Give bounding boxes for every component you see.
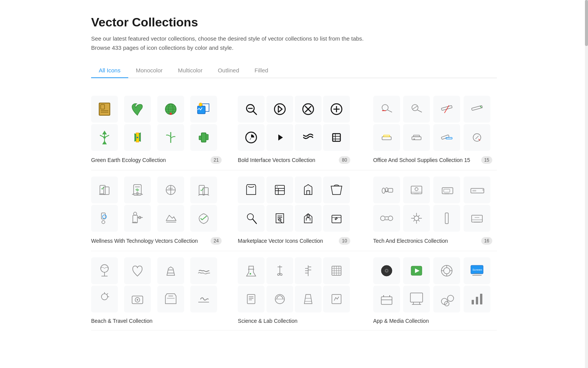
- marketplace-name: Marketplace Vector Icons Collection: [238, 238, 339, 244]
- icon-cell[interactable]: [403, 177, 430, 203]
- icon-cell[interactable]: [373, 96, 400, 123]
- icon-cell[interactable]: [433, 96, 460, 123]
- tab-outlined[interactable]: Outlined: [210, 63, 247, 78]
- icon-cell[interactable]: [433, 205, 460, 232]
- icon-cell[interactable]: [373, 257, 400, 284]
- icon-cell[interactable]: [91, 177, 118, 203]
- svg-text:Med: Med: [168, 187, 173, 190]
- icon-cell[interactable]: [373, 177, 400, 203]
- icon-cell[interactable]: [464, 205, 490, 232]
- icon-cell[interactable]: [190, 96, 217, 123]
- green-earth-icons: [91, 96, 222, 151]
- icon-cell[interactable]: [91, 96, 118, 123]
- icon-cell[interactable]: [266, 96, 293, 123]
- icon-cell[interactable]: [323, 177, 350, 203]
- icon-cell[interactable]: [157, 124, 184, 151]
- icon-cell[interactable]: [266, 286, 293, 312]
- icon-cell[interactable]: [157, 257, 184, 284]
- icon-cell[interactable]: [190, 257, 217, 284]
- icon-cell[interactable]: [238, 257, 265, 284]
- icon-cell[interactable]: [295, 205, 322, 232]
- icon-cell[interactable]: Screen: [464, 257, 490, 284]
- collection-green-earth: Green Earth Ecology Collection 21: [91, 90, 226, 170]
- tab-multicolor[interactable]: Multicolor: [170, 63, 210, 78]
- svg-point-65: [103, 215, 106, 219]
- icon-cell[interactable]: [433, 124, 460, 151]
- icon-cell[interactable]: [464, 96, 490, 123]
- icon-cell[interactable]: [373, 124, 400, 151]
- icon-cell[interactable]: [190, 205, 217, 232]
- collection-beach: Beach & Travel Collection: [91, 251, 226, 330]
- svg-point-14: [103, 136, 106, 139]
- icon-cell[interactable]: [295, 124, 322, 151]
- svg-point-87: [415, 188, 418, 191]
- icon-cell[interactable]: Med: [157, 177, 184, 203]
- icon-cell[interactable]: [295, 177, 322, 203]
- icon-cell[interactable]: [91, 257, 118, 284]
- icon-cell[interactable]: [433, 257, 460, 284]
- icon-cell[interactable]: [373, 286, 400, 312]
- icon-cell[interactable]: [238, 124, 265, 151]
- icon-cell[interactable]: [124, 177, 151, 203]
- icon-cell[interactable]: [190, 124, 217, 151]
- svg-marker-13: [102, 141, 107, 144]
- icon-cell[interactable]: [238, 286, 265, 312]
- icon-cell[interactable]: [266, 124, 293, 151]
- icon-cell[interactable]: [238, 96, 265, 123]
- icon-cell[interactable]: [323, 286, 350, 312]
- svg-point-64: [102, 221, 105, 224]
- tab-monocolor[interactable]: Monocolor: [128, 63, 170, 78]
- icon-cell[interactable]: [403, 124, 430, 151]
- icon-cell[interactable]: [295, 286, 322, 312]
- icon-cell[interactable]: [124, 124, 151, 151]
- icon-cell[interactable]: [323, 205, 350, 232]
- icon-cell[interactable]: [266, 205, 293, 232]
- icon-cell[interactable]: [464, 177, 490, 203]
- svg-point-81: [382, 188, 385, 193]
- icon-cell[interactable]: [124, 286, 151, 312]
- icon-cell[interactable]: [403, 96, 430, 123]
- icon-cell[interactable]: [124, 257, 151, 284]
- icon-cell[interactable]: [157, 96, 184, 123]
- icon-cell[interactable]: [464, 124, 490, 151]
- icon-cell[interactable]: [373, 205, 400, 232]
- svg-rect-50: [446, 137, 452, 139]
- icon-cell[interactable]: [323, 257, 350, 284]
- icon-cell[interactable]: [323, 124, 350, 151]
- tab-filled[interactable]: Filled: [247, 63, 276, 78]
- beach-icons: [91, 257, 222, 312]
- collection-app-media: Screen: [362, 251, 497, 330]
- office-school-footer: Office And School Supplies Collection 15…: [373, 156, 492, 164]
- wellness-footer: Wellness With Technology Vectors Collect…: [91, 237, 222, 245]
- icon-cell[interactable]: [157, 286, 184, 312]
- icon-cell[interactable]: [295, 257, 322, 284]
- icon-cell[interactable]: [190, 177, 217, 203]
- icon-cell[interactable]: [433, 286, 460, 312]
- tech-name: Tech And Electronics Collection: [373, 238, 481, 244]
- icon-cell[interactable]: [91, 205, 118, 232]
- icon-cell[interactable]: [190, 286, 217, 312]
- icon-cell[interactable]: [91, 286, 118, 312]
- icon-cell[interactable]: [266, 177, 293, 203]
- icon-cell[interactable]: [91, 124, 118, 151]
- collection-marketplace: Marketplace Vector Icons Collection 10: [226, 170, 361, 251]
- icon-cell[interactable]: [403, 257, 430, 284]
- icon-cell[interactable]: [295, 96, 322, 123]
- scrollbar[interactable]: [585, 0, 588, 346]
- icon-cell[interactable]: [323, 96, 350, 123]
- icon-cell[interactable]: [157, 205, 184, 232]
- icon-cell[interactable]: [124, 96, 151, 123]
- icon-cell[interactable]: [266, 257, 293, 284]
- icon-cell[interactable]: [238, 205, 265, 232]
- icon-cell[interactable]: [238, 177, 265, 203]
- scrollbar-thumb[interactable]: [585, 0, 588, 46]
- icon-cell[interactable]: [464, 286, 490, 312]
- icon-cell[interactable]: [124, 205, 151, 232]
- icon-cell[interactable]: [403, 205, 430, 232]
- icon-cell[interactable]: [433, 177, 460, 203]
- svg-rect-84: [411, 186, 422, 194]
- icon-cell[interactable]: [403, 286, 430, 312]
- svg-rect-83: [388, 188, 393, 192]
- tab-all-icons[interactable]: All Icons: [91, 63, 128, 78]
- svg-point-95: [388, 216, 393, 221]
